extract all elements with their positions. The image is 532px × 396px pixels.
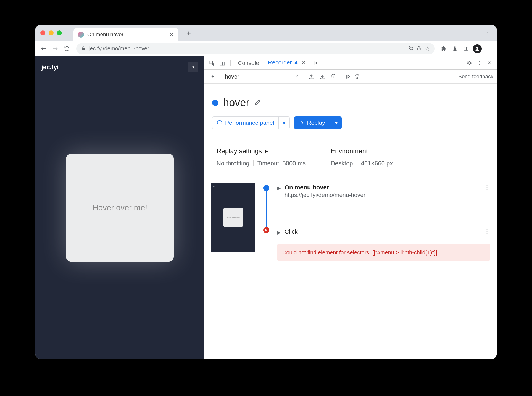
timeline-dot xyxy=(263,185,269,191)
close-window-button[interactable] xyxy=(40,30,45,35)
recorder-toolbar: ＋ hover xyxy=(204,70,497,84)
viewport-value: 461×660 px xyxy=(361,160,393,167)
recorder-body: hover Performance panel ▾ xyxy=(204,84,497,359)
svg-line-17 xyxy=(220,122,220,123)
svg-point-8 xyxy=(476,47,478,49)
dropdown-caret-icon[interactable]: ▾ xyxy=(279,119,289,126)
recording-selector[interactable]: hover xyxy=(222,72,302,81)
environment-heading: Environment xyxy=(331,147,393,155)
window-controls xyxy=(40,30,62,35)
tab-console[interactable]: Console xyxy=(235,57,262,69)
svg-line-4 xyxy=(412,49,413,50)
svg-point-16 xyxy=(357,77,358,79)
svg-marker-15 xyxy=(347,75,350,78)
kebab-menu-icon[interactable]: ⋮ xyxy=(475,59,483,67)
step-icon[interactable] xyxy=(352,72,362,82)
tab-strip: On menu hover ✕ ＋ xyxy=(35,25,497,41)
url-text: jec.fyi/demo/menu-hover xyxy=(89,45,405,52)
hover-card[interactable]: Hover over me! xyxy=(66,154,174,262)
more-tabs-icon[interactable] xyxy=(311,59,320,67)
replay-button[interactable]: Replay ▾ xyxy=(294,116,341,129)
gear-icon[interactable] xyxy=(465,59,473,67)
timeline: ✕ xyxy=(262,183,270,261)
close-icon[interactable]: ✕ xyxy=(302,59,306,66)
browser-window: On menu hover ✕ ＋ jec.fyi/demo/menu-hove… xyxy=(35,25,497,359)
dropdown-caret-icon[interactable]: ▾ xyxy=(331,119,342,126)
page-site-title: jec.fyi xyxy=(41,64,59,71)
performance-panel-button[interactable]: Performance panel ▾ xyxy=(212,116,290,129)
inspect-icon[interactable] xyxy=(208,59,216,67)
step-thumbnail: jec.fyi Hover over me! xyxy=(211,183,255,252)
settings-row: Replay settings ▸ No throttling Timeout:… xyxy=(204,139,497,175)
reload-button[interactable] xyxy=(62,44,71,53)
svg-marker-18 xyxy=(301,121,303,124)
favicon xyxy=(78,32,84,38)
flask-icon xyxy=(294,60,298,65)
svg-rect-11 xyxy=(222,62,225,65)
minimize-window-button[interactable] xyxy=(49,30,54,35)
chevron-down-icon[interactable] xyxy=(485,30,490,36)
zoom-icon[interactable] xyxy=(409,45,414,52)
step-row[interactable]: ▶ Click ⋮ xyxy=(277,227,490,236)
browser-tab[interactable]: On menu hover ✕ xyxy=(73,28,178,41)
lock-icon xyxy=(81,46,85,51)
delete-icon[interactable] xyxy=(328,72,338,82)
maximize-window-button[interactable] xyxy=(57,30,62,35)
replay-settings-heading[interactable]: Replay settings ▸ xyxy=(217,147,306,155)
page-viewport: jec.fyi ☀ Hover over me! xyxy=(35,56,204,359)
device-value: Desktop xyxy=(331,160,353,167)
sidepanel-icon[interactable] xyxy=(462,45,470,53)
status-dot xyxy=(212,100,218,106)
device-toggle-icon[interactable] xyxy=(218,59,227,67)
hover-card-text: Hover over me! xyxy=(93,203,147,212)
close-devtools-icon[interactable]: ✕ xyxy=(485,59,493,67)
step-name: On menu hover xyxy=(285,184,480,191)
back-button[interactable] xyxy=(39,44,48,53)
svg-rect-6 xyxy=(464,47,468,50)
chevron-down-icon xyxy=(295,74,299,79)
extensions-icon[interactable] xyxy=(440,45,448,53)
new-recording-button[interactable]: ＋ xyxy=(208,72,218,82)
address-bar[interactable]: jec.fyi/demo/menu-hover ☆ xyxy=(76,43,435,54)
devtools-tabbar: Console Recorder ✕ ⋮ ✕ xyxy=(204,56,497,70)
devtools-panel: Console Recorder ✕ ⋮ ✕ ＋ xyxy=(204,56,497,359)
forward-button[interactable] xyxy=(51,44,60,53)
steps-list: jec.fyi Hover over me! ✕ ▶ On menu hover xyxy=(204,175,497,269)
browser-toolbar: jec.fyi/demo/menu-hover ☆ ⋮ xyxy=(35,41,497,56)
edit-icon[interactable] xyxy=(254,99,261,107)
recording-name: hover xyxy=(223,97,249,109)
step-menu-icon[interactable]: ⋮ xyxy=(484,184,490,191)
continue-icon[interactable] xyxy=(341,72,351,82)
share-icon[interactable] xyxy=(417,45,422,52)
gauge-icon xyxy=(217,120,222,126)
step-name: Click xyxy=(285,228,480,235)
theme-toggle-button[interactable]: ☀ xyxy=(188,62,198,72)
step-url: https://jec.fyi/demo/menu-hover xyxy=(285,192,480,198)
recording-name-row: hover xyxy=(204,84,497,116)
chevron-right-icon: ▸ xyxy=(265,147,268,155)
throttling-value: No throttling xyxy=(217,160,249,167)
labs-icon[interactable] xyxy=(451,45,459,53)
error-message: Could not find element for selectors: [[… xyxy=(277,244,490,261)
tab-recorder[interactable]: Recorder ✕ xyxy=(265,57,309,69)
close-tab-icon[interactable]: ✕ xyxy=(169,31,174,38)
profile-avatar[interactable] xyxy=(473,44,482,53)
tab-title: On menu hover xyxy=(87,32,166,38)
step-row[interactable]: ▶ On menu hover https://jec.fyi/demo/men… xyxy=(277,183,490,199)
new-tab-button[interactable]: ＋ xyxy=(185,28,192,38)
send-feedback-link[interactable]: Send feedback xyxy=(458,74,493,80)
browser-menu-icon[interactable]: ⋮ xyxy=(484,45,493,53)
export-icon[interactable] xyxy=(306,72,316,82)
error-badge-icon: ✕ xyxy=(263,227,269,233)
chevron-right-icon: ▶ xyxy=(277,230,281,235)
play-icon xyxy=(300,121,304,125)
timeout-value: Timeout: 5000 ms xyxy=(257,160,306,167)
bookmark-star-icon[interactable]: ☆ xyxy=(425,45,430,52)
step-menu-icon[interactable]: ⋮ xyxy=(484,228,490,235)
chevron-right-icon: ▶ xyxy=(277,186,281,191)
import-icon[interactable] xyxy=(317,72,327,82)
